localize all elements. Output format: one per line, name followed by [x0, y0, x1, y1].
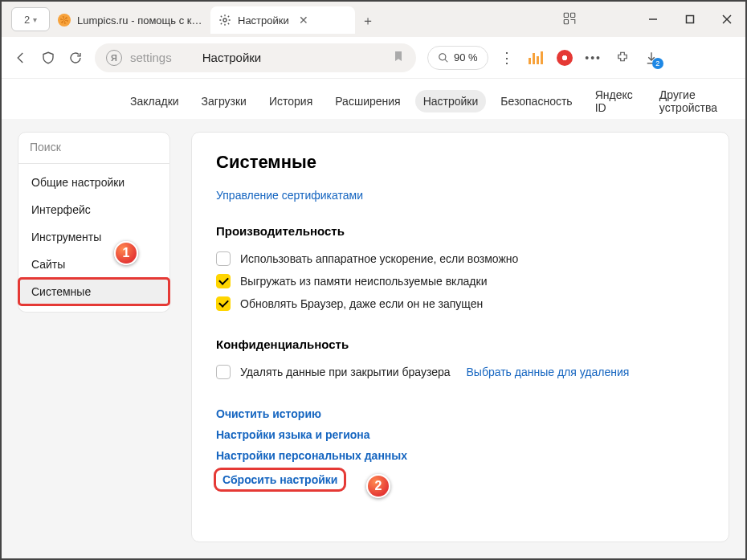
settings-search-input[interactable]: Поиск [18, 132, 170, 164]
send-to-device-icon[interactable] [562, 11, 577, 28]
reset-settings-link[interactable]: Сбросить настройки [216, 470, 344, 489]
settings-sidebar: Поиск Общие настройки Интерфейс Инструме… [18, 132, 170, 542]
annotation-2: 2 [366, 474, 390, 498]
extension-audio-icon[interactable] [527, 49, 545, 67]
extensions-button[interactable] [614, 49, 631, 67]
titlebar: 2 ▾ Lumpics.ru - помощь с ком Настройки … [2, 2, 745, 37]
shield-icon[interactable] [40, 50, 56, 66]
bookmark-icon[interactable] [392, 50, 405, 65]
tab-title: Lumpics.ru - помощь с ком [77, 14, 202, 27]
nav-yandex-id[interactable]: Яндекс ID [587, 84, 645, 119]
svg-point-0 [223, 18, 227, 22]
omnibox-page-title: Настройки [202, 51, 262, 64]
cert-management-link[interactable]: Управление сертификатами [216, 189, 363, 202]
settings-category-nav: Закладки Загрузки История Расширения Нас… [2, 79, 745, 119]
more-extensions-icon[interactable]: ••• [585, 49, 602, 67]
perf-section-title: Производительность [216, 224, 704, 238]
svg-rect-1 [564, 13, 568, 17]
minimize-button[interactable] [635, 2, 671, 37]
page-actions-menu[interactable]: ⋮ [500, 55, 516, 60]
privacy-opt-label: Удалять данные при закрытии браузера [240, 366, 451, 378]
checkbox-checked-icon[interactable] [216, 274, 231, 288]
svg-rect-2 [571, 13, 575, 17]
perf-opt-background-update[interactable]: Обновлять Браузер, даже если он не запущ… [216, 292, 704, 315]
nav-extensions[interactable]: Расширения [327, 90, 408, 112]
perf-opt-label: Использовать аппаратное ускорение, если … [240, 252, 518, 265]
back-button[interactable] [13, 50, 29, 66]
privacy-section-title: Конфиденциальность [216, 337, 704, 351]
zoom-value: 90 % [454, 51, 478, 63]
perf-opt-label: Выгружать из памяти неиспользуемые вклад… [240, 275, 487, 288]
tab-lumpics[interactable]: Lumpics.ru - помощь с ком [50, 6, 210, 34]
tab-settings[interactable]: Настройки ✕ [210, 6, 355, 34]
window-controls [635, 2, 745, 37]
downloads-button[interactable]: 2 [643, 49, 660, 67]
checkbox-icon[interactable] [216, 251, 231, 266]
lumpics-favicon-icon [58, 14, 71, 27]
nav-bookmarks[interactable]: Закладки [122, 90, 187, 112]
reload-button[interactable] [67, 50, 84, 66]
sidebar-item-general[interactable]: Общие настройки [18, 169, 169, 196]
choose-clear-data-link[interactable]: Выбрать данные для удаления [467, 366, 630, 378]
perf-opt-hw-accel[interactable]: Использовать аппаратное ускорение, если … [216, 247, 704, 270]
address-bar: Я settings Настройки 90 % ⋮ ••• 2 [2, 37, 745, 79]
sidebar-item-system[interactable]: Системные [18, 278, 169, 305]
omnibox[interactable]: Я settings Настройки [95, 43, 416, 72]
nav-security[interactable]: Безопасность [492, 90, 580, 112]
annotation-1: 1 [114, 241, 138, 265]
page-heading: Системные [216, 152, 704, 173]
extension-adblock-icon[interactable] [556, 49, 574, 67]
svg-line-9 [445, 59, 448, 62]
chevron-down-icon: ▾ [33, 15, 37, 24]
new-tab-button[interactable]: ＋ [358, 11, 378, 31]
settings-content: Системные Управление сертификатами Произ… [191, 132, 729, 542]
language-region-link[interactable]: Настройки языка и региона [216, 428, 704, 441]
close-tab-icon[interactable]: ✕ [299, 14, 308, 27]
privacy-opt-clear-on-close[interactable]: Удалять данные при закрытии браузера Выб… [216, 361, 704, 383]
checkbox-icon[interactable] [216, 365, 231, 379]
personal-data-link[interactable]: Настройки персональных данных [216, 449, 704, 462]
checkbox-checked-icon[interactable] [216, 296, 231, 311]
tab-count: 2 [24, 14, 30, 26]
sidebar-item-interface[interactable]: Интерфейс [18, 196, 169, 223]
perf-opt-label: Обновлять Браузер, даже если он не запущ… [240, 297, 483, 310]
nav-devices[interactable]: Другие устройства [651, 84, 745, 119]
maximize-button[interactable] [671, 2, 708, 37]
tab-title: Настройки [238, 14, 289, 27]
nav-settings[interactable]: Настройки [415, 90, 487, 112]
close-window-button[interactable] [708, 2, 745, 37]
zoom-indicator[interactable]: 90 % [427, 46, 488, 70]
svg-point-8 [439, 53, 446, 59]
perf-opt-unload-tabs[interactable]: Выгружать из памяти неиспользуемые вклад… [216, 270, 704, 292]
sidebar-item-sites[interactable]: Сайты [18, 251, 169, 278]
yandex-logo-icon: Я [106, 50, 122, 66]
omnibox-path: settings [130, 51, 172, 64]
svg-rect-5 [687, 16, 694, 23]
system-links: Очистить историю Настройки языка и регио… [216, 407, 704, 489]
downloads-badge: 2 [652, 58, 663, 69]
clear-history-link[interactable]: Очистить историю [216, 407, 704, 420]
gear-icon [218, 14, 231, 27]
tab-group-button[interactable]: 2 ▾ [11, 7, 50, 31]
svg-rect-3 [564, 20, 568, 24]
sidebar-list: Общие настройки Интерфейс Инструменты Са… [18, 164, 170, 313]
sidebar-item-tools[interactable]: Инструменты [18, 223, 169, 251]
nav-history[interactable]: История [261, 90, 320, 112]
nav-downloads[interactable]: Загрузки [194, 90, 255, 112]
